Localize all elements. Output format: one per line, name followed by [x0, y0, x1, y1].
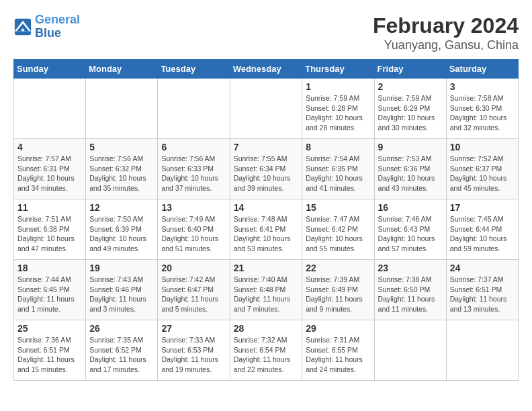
- calendar-table: SundayMondayTuesdayWednesdayThursdayFrid…: [13, 59, 519, 381]
- day-cell: 21Sunrise: 7:40 AMSunset: 6:48 PMDayligh…: [230, 260, 302, 320]
- day-number: 28: [234, 323, 299, 334]
- day-number: 16: [378, 202, 443, 213]
- day-cell: 13Sunrise: 7:49 AMSunset: 6:40 PMDayligh…: [158, 199, 230, 260]
- logo-text: General Blue: [35, 13, 80, 40]
- page-header: General Blue February 2024 Yuanyang, Gan…: [13, 13, 519, 52]
- day-cell: 26Sunrise: 7:35 AMSunset: 6:52 PMDayligh…: [86, 320, 158, 381]
- day-number: 4: [17, 142, 82, 152]
- day-info: Sunrise: 7:43 AMSunset: 6:46 PMDaylight:…: [89, 275, 154, 314]
- day-number: 14: [234, 202, 299, 213]
- day-info: Sunrise: 7:55 AMSunset: 6:34 PMDaylight:…: [234, 154, 299, 193]
- header-row: SundayMondayTuesdayWednesdayThursdayFrid…: [14, 60, 519, 79]
- day-number: 7: [234, 142, 299, 152]
- day-number: 24: [450, 263, 515, 273]
- logo-icon: [13, 17, 32, 36]
- day-number: 22: [306, 263, 370, 273]
- day-number: 5: [89, 142, 154, 152]
- day-info: Sunrise: 7:59 AMSunset: 6:28 PMDaylight:…: [306, 93, 370, 133]
- day-info: Sunrise: 7:31 AMSunset: 6:55 PMDaylight:…: [306, 335, 370, 375]
- day-number: 2: [378, 81, 443, 92]
- day-info: Sunrise: 7:37 AMSunset: 6:51 PMDaylight:…: [450, 275, 515, 314]
- day-cell: 7Sunrise: 7:55 AMSunset: 6:34 PMDaylight…: [230, 139, 302, 199]
- calendar-header: SundayMondayTuesdayWednesdayThursdayFrid…: [14, 60, 519, 79]
- day-info: Sunrise: 7:44 AMSunset: 6:45 PMDaylight:…: [17, 275, 82, 314]
- day-info: Sunrise: 7:51 AMSunset: 6:38 PMDaylight:…: [17, 214, 82, 254]
- day-cell: 19Sunrise: 7:43 AMSunset: 6:46 PMDayligh…: [86, 260, 158, 320]
- day-number: 21: [234, 263, 299, 273]
- day-cell: [374, 320, 446, 381]
- day-info: Sunrise: 7:59 AMSunset: 6:29 PMDaylight:…: [378, 93, 443, 133]
- day-number: 23: [378, 263, 443, 273]
- day-number: 29: [306, 323, 370, 334]
- day-cell: [230, 79, 302, 139]
- day-cell: [86, 79, 158, 139]
- day-number: 19: [89, 263, 154, 273]
- day-info: Sunrise: 7:36 AMSunset: 6:51 PMDaylight:…: [17, 335, 82, 375]
- day-cell: 15Sunrise: 7:47 AMSunset: 6:42 PMDayligh…: [302, 199, 374, 260]
- day-info: Sunrise: 7:58 AMSunset: 6:30 PMDaylight:…: [450, 93, 515, 133]
- day-info: Sunrise: 7:57 AMSunset: 6:31 PMDaylight:…: [17, 154, 82, 193]
- day-info: Sunrise: 7:45 AMSunset: 6:44 PMDaylight:…: [450, 214, 515, 254]
- day-info: Sunrise: 7:50 AMSunset: 6:39 PMDaylight:…: [89, 214, 154, 254]
- day-cell: 16Sunrise: 7:46 AMSunset: 6:43 PMDayligh…: [374, 199, 446, 260]
- day-cell: 4Sunrise: 7:57 AMSunset: 6:31 PMDaylight…: [14, 139, 86, 199]
- header-cell-sunday: Sunday: [14, 60, 86, 79]
- day-cell: [14, 79, 86, 139]
- day-cell: 5Sunrise: 7:56 AMSunset: 6:32 PMDaylight…: [86, 139, 158, 199]
- header-cell-friday: Friday: [374, 60, 446, 79]
- day-info: Sunrise: 7:32 AMSunset: 6:54 PMDaylight:…: [234, 335, 299, 375]
- day-cell: 2Sunrise: 7:59 AMSunset: 6:29 PMDaylight…: [374, 79, 446, 139]
- calendar-body: 1Sunrise: 7:59 AMSunset: 6:28 PMDaylight…: [14, 79, 519, 381]
- day-number: 25: [17, 323, 82, 334]
- day-info: Sunrise: 7:33 AMSunset: 6:53 PMDaylight:…: [161, 335, 226, 375]
- day-cell: 14Sunrise: 7:48 AMSunset: 6:41 PMDayligh…: [230, 199, 302, 260]
- day-number: 18: [17, 263, 82, 273]
- day-cell: 6Sunrise: 7:56 AMSunset: 6:33 PMDaylight…: [158, 139, 230, 199]
- header-cell-tuesday: Tuesday: [158, 60, 230, 79]
- day-cell: 11Sunrise: 7:51 AMSunset: 6:38 PMDayligh…: [14, 199, 86, 260]
- day-info: Sunrise: 7:54 AMSunset: 6:35 PMDaylight:…: [306, 154, 370, 193]
- day-number: 13: [161, 202, 226, 213]
- header-cell-monday: Monday: [86, 60, 158, 79]
- title-block: February 2024 Yuanyang, Gansu, China: [373, 13, 519, 52]
- day-cell: 3Sunrise: 7:58 AMSunset: 6:30 PMDaylight…: [446, 79, 518, 139]
- day-cell: 1Sunrise: 7:59 AMSunset: 6:28 PMDaylight…: [302, 79, 374, 139]
- header-cell-saturday: Saturday: [446, 60, 518, 79]
- day-cell: 9Sunrise: 7:53 AMSunset: 6:36 PMDaylight…: [374, 139, 446, 199]
- day-cell: 10Sunrise: 7:52 AMSunset: 6:37 PMDayligh…: [446, 139, 518, 199]
- day-number: 3: [450, 81, 515, 92]
- week-row-2: 4Sunrise: 7:57 AMSunset: 6:31 PMDaylight…: [14, 139, 519, 199]
- day-cell: 22Sunrise: 7:39 AMSunset: 6:49 PMDayligh…: [302, 260, 374, 320]
- day-number: 26: [89, 323, 154, 334]
- day-info: Sunrise: 7:53 AMSunset: 6:36 PMDaylight:…: [378, 154, 443, 193]
- day-cell: 27Sunrise: 7:33 AMSunset: 6:53 PMDayligh…: [158, 320, 230, 381]
- week-row-3: 11Sunrise: 7:51 AMSunset: 6:38 PMDayligh…: [14, 199, 519, 260]
- day-cell: [446, 320, 518, 381]
- day-cell: 12Sunrise: 7:50 AMSunset: 6:39 PMDayligh…: [86, 199, 158, 260]
- day-info: Sunrise: 7:39 AMSunset: 6:49 PMDaylight:…: [306, 275, 370, 314]
- logo: General Blue: [13, 13, 80, 40]
- day-cell: 20Sunrise: 7:42 AMSunset: 6:47 PMDayligh…: [158, 260, 230, 320]
- day-number: 1: [306, 81, 370, 92]
- day-info: Sunrise: 7:56 AMSunset: 6:32 PMDaylight:…: [89, 154, 154, 193]
- day-cell: 8Sunrise: 7:54 AMSunset: 6:35 PMDaylight…: [302, 139, 374, 199]
- day-number: 6: [161, 142, 226, 152]
- week-row-5: 25Sunrise: 7:36 AMSunset: 6:51 PMDayligh…: [14, 320, 519, 381]
- day-number: 17: [450, 202, 515, 213]
- day-number: 20: [161, 263, 226, 273]
- day-info: Sunrise: 7:38 AMSunset: 6:50 PMDaylight:…: [378, 275, 443, 314]
- day-info: Sunrise: 7:46 AMSunset: 6:43 PMDaylight:…: [378, 214, 443, 254]
- location-subtitle: Yuanyang, Gansu, China: [373, 38, 519, 52]
- day-info: Sunrise: 7:47 AMSunset: 6:42 PMDaylight:…: [306, 214, 370, 254]
- day-cell: 23Sunrise: 7:38 AMSunset: 6:50 PMDayligh…: [374, 260, 446, 320]
- day-cell: 28Sunrise: 7:32 AMSunset: 6:54 PMDayligh…: [230, 320, 302, 381]
- day-cell: 17Sunrise: 7:45 AMSunset: 6:44 PMDayligh…: [446, 199, 518, 260]
- header-cell-thursday: Thursday: [302, 60, 374, 79]
- day-number: 9: [378, 142, 443, 152]
- header-cell-wednesday: Wednesday: [230, 60, 302, 79]
- day-number: 12: [89, 202, 154, 213]
- day-number: 27: [161, 323, 226, 334]
- day-number: 11: [17, 202, 82, 213]
- day-cell: 18Sunrise: 7:44 AMSunset: 6:45 PMDayligh…: [14, 260, 86, 320]
- day-number: 8: [306, 142, 370, 152]
